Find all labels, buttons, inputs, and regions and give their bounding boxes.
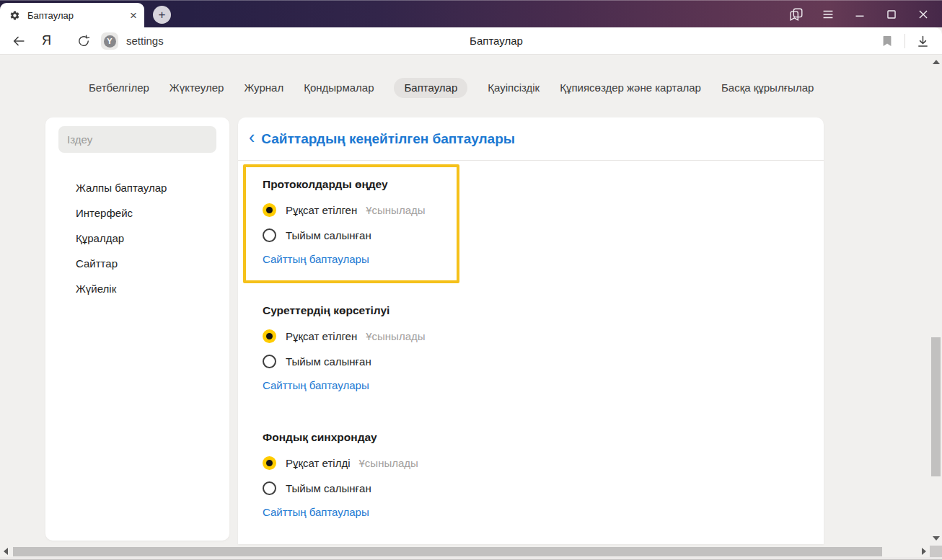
back-button[interactable] xyxy=(10,32,27,50)
page-header[interactable]: ‹ Сайттардың кеңейтілген баптаулары xyxy=(249,117,515,160)
radio-label: Тыйым салынған xyxy=(286,482,371,494)
recommended-badge: Ұсынылады xyxy=(359,457,418,469)
section-protocol-handling: Протоколдарды өңдеу Рұқсат етілген Ұсыны… xyxy=(263,178,666,272)
nav-item-passwords[interactable]: Құпиясөздер және карталар xyxy=(560,78,701,98)
back-arrow-icon xyxy=(11,33,27,49)
radio-option-forbidden[interactable]: Тыйым салынған xyxy=(263,353,371,369)
browser-window: + xyxy=(0,0,942,560)
toolbar: Я Y settings Баптаулар xyxy=(0,27,942,55)
sidebar-item-general[interactable]: Жалпы баптаулар xyxy=(76,180,222,205)
maximize-button[interactable] xyxy=(880,4,903,25)
panels-icon xyxy=(788,6,804,22)
nav-item-other-devices[interactable]: Басқа құрылғылар xyxy=(721,78,814,98)
gear-icon xyxy=(9,10,20,21)
section-title: Фондық синхрондау xyxy=(263,431,377,444)
settings-sidebar: Жалпы баптаулар Интерфейс Құралдар Сайтт… xyxy=(45,117,229,541)
sidebar-item-system[interactable]: Жүйелік xyxy=(76,281,222,306)
window-bottom-edge xyxy=(0,557,942,560)
page-title: Сайттардың кеңейтілген баптаулары xyxy=(261,131,515,147)
nav-item-settings[interactable]: Баптаулар xyxy=(394,78,467,98)
horizontal-scrollbar[interactable] xyxy=(0,546,930,557)
settings-content: ‹ Сайттардың кеңейтілген баптаулары Прот… xyxy=(238,117,824,544)
radio-unselected-icon[interactable] xyxy=(263,228,276,242)
minimize-icon xyxy=(852,6,868,22)
horizontal-scroll-thumb[interactable] xyxy=(13,547,882,556)
header-divider xyxy=(238,160,824,161)
toolbar-right xyxy=(880,27,930,55)
site-settings-link[interactable]: Сайттың баптаулары xyxy=(263,253,369,265)
browser-tab[interactable]: Баптаулар × xyxy=(0,3,144,28)
nav-item-bookmarks[interactable]: Бетбелгілер xyxy=(89,78,149,98)
recommended-badge: Ұсынылады xyxy=(366,204,425,216)
radio-label: Рұқсат етілді xyxy=(286,457,351,469)
radio-option-forbidden[interactable]: Тыйым салынған xyxy=(263,480,371,496)
side-panels-button[interactable] xyxy=(785,4,808,25)
sidebar-item-interface[interactable]: Интерфейс xyxy=(76,205,222,231)
toolbar-divider xyxy=(904,34,905,48)
search-input[interactable] xyxy=(58,126,216,153)
scroll-up-icon[interactable] xyxy=(933,60,940,64)
close-tab-icon[interactable]: × xyxy=(130,9,137,22)
bookmark-icon[interactable] xyxy=(880,34,894,48)
radio-unselected-icon[interactable] xyxy=(263,481,276,495)
section-image-display: Суреттердің көрсетілуі Рұқсат етілген Ұс… xyxy=(263,304,666,398)
settings-nav: Бетбелгілер Жүктеулер Журнал Қондырмалар… xyxy=(0,77,942,99)
new-tab-button[interactable]: + xyxy=(153,6,171,24)
radio-unselected-icon[interactable] xyxy=(263,355,276,368)
minimize-button[interactable] xyxy=(848,4,871,25)
radio-label: Рұқсат етілген xyxy=(286,330,357,342)
sidebar-item-sites[interactable]: Сайттар xyxy=(76,256,222,281)
download-icon[interactable] xyxy=(915,34,930,49)
radio-label: Тыйым салынған xyxy=(286,229,371,241)
section-background-sync: Фондық синхрондау Рұқсат етілді Ұсынылад… xyxy=(263,431,666,525)
radio-option-allowed[interactable]: Рұқсат етілген Ұсынылады xyxy=(263,202,426,218)
sidebar-list: Жалпы баптаулар Интерфейс Құралдар Сайтт… xyxy=(76,180,222,306)
scroll-right-icon[interactable] xyxy=(922,548,926,555)
vertical-scroll-thumb[interactable] xyxy=(931,337,941,476)
radio-selected-icon[interactable] xyxy=(263,456,276,470)
sidebar-item-tools[interactable]: Құралдар xyxy=(76,231,222,256)
radio-option-allowed[interactable]: Рұқсат етілді Ұсынылады xyxy=(263,455,418,471)
radio-selected-icon[interactable] xyxy=(263,329,276,343)
section-title: Протоколдарды өңдеу xyxy=(263,178,388,191)
hamburger-menu-icon xyxy=(820,6,836,22)
radio-label: Тыйым салынған xyxy=(286,355,371,368)
vertical-scrollbar[interactable] xyxy=(930,55,942,546)
scroll-left-icon[interactable] xyxy=(4,548,8,555)
close-window-button[interactable] xyxy=(912,4,935,25)
tab-title: Баптаулар xyxy=(27,10,130,21)
maximize-icon xyxy=(884,6,899,22)
nav-item-history[interactable]: Журнал xyxy=(244,78,283,98)
recommended-badge: Ұсынылады xyxy=(366,330,425,342)
section-title: Суреттердің көрсетілуі xyxy=(263,304,389,317)
nav-item-security[interactable]: Қауіпсіздік xyxy=(488,78,540,98)
menu-button[interactable] xyxy=(816,4,840,25)
scroll-down-icon[interactable] xyxy=(933,536,940,541)
nav-item-downloads[interactable]: Жүктеулер xyxy=(170,78,224,98)
scrollbar-corner xyxy=(930,546,942,557)
window-controls xyxy=(785,1,935,28)
radio-label: Рұқсат етілген xyxy=(286,204,357,216)
nav-item-extensions[interactable]: Қондырмалар xyxy=(304,78,374,98)
radio-option-forbidden[interactable]: Тыйым салынған xyxy=(263,227,371,243)
radio-option-allowed[interactable]: Рұқсат етілген Ұсынылады xyxy=(263,328,426,344)
tab-bar: + xyxy=(0,0,942,27)
radio-selected-icon[interactable] xyxy=(263,203,276,217)
site-settings-link[interactable]: Сайттың баптаулары xyxy=(263,379,369,391)
back-chevron-icon[interactable]: ‹ xyxy=(249,128,255,149)
address-page-title: Баптаулар xyxy=(50,35,942,47)
site-settings-link[interactable]: Сайттың баптаулары xyxy=(263,506,369,518)
close-window-icon xyxy=(915,6,931,22)
